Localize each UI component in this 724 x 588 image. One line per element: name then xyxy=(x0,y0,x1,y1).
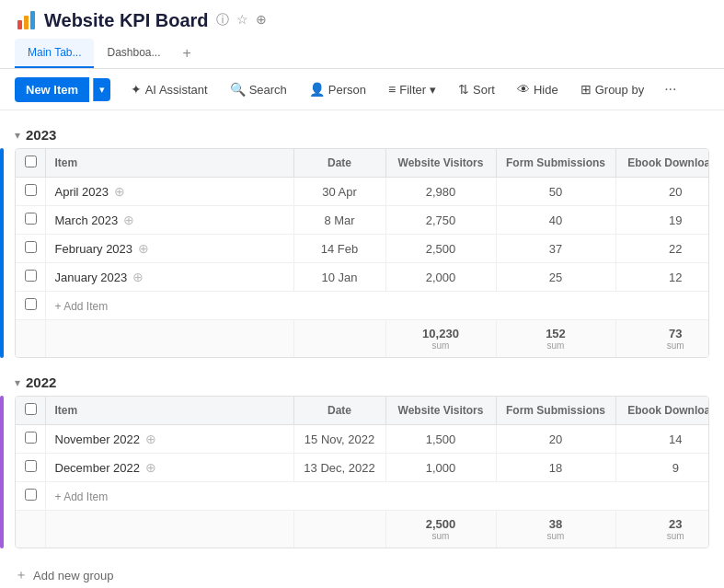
group-2023: ▾ 2023 Item Date Website Visitors Form S… xyxy=(0,121,724,358)
header-icons: ⓘ ☆ ⊕ xyxy=(216,12,267,29)
row-visitors-cell: 2,980 xyxy=(385,178,496,206)
sort-button[interactable]: ⇅ Sort xyxy=(449,77,504,101)
add-item-button-2022[interactable]: + Add Item xyxy=(55,489,109,505)
row-date-cell: 30 Apr xyxy=(293,178,385,206)
row-date-cell: 14 Feb xyxy=(293,235,385,263)
add-new-group-button[interactable]: ＋ Add new group xyxy=(0,559,724,588)
search-label: Search xyxy=(249,83,287,97)
sum-row-2023: 10,230 sum 152 sum 73 sum xyxy=(16,320,709,358)
sort-label: Sort xyxy=(473,83,495,97)
row-item-cell: January 2023 ⊕ xyxy=(45,263,293,292)
row-check[interactable] xyxy=(25,460,37,472)
group-2022-title: 2022 xyxy=(26,375,56,390)
toolbar: New Item ▾ ✦ AI Assistant 🔍 Search 👤 Per… xyxy=(0,69,724,110)
ai-icon: ✦ xyxy=(131,82,142,97)
hide-button[interactable]: 👁 Hide xyxy=(508,77,568,101)
row-item-name: November 2022 xyxy=(55,432,141,446)
col-header-forms-2023: Form Submissions xyxy=(496,149,615,178)
row-add-icon[interactable]: ⊕ xyxy=(132,270,144,284)
row-date-cell: 8 Mar xyxy=(293,206,385,235)
tab-add-button[interactable]: + xyxy=(174,40,201,67)
sum-visitors-2023: 10,230 sum xyxy=(385,320,496,358)
add-item-row-2023: + Add Item xyxy=(16,292,709,320)
col-header-date-2022: Date xyxy=(293,397,385,425)
person-button[interactable]: 👤 Person xyxy=(300,77,375,101)
more-options-button[interactable]: ··· xyxy=(657,76,684,102)
table-row: February 2023 ⊕ 14 Feb 2,500 37 22 xyxy=(16,235,709,263)
row-check[interactable] xyxy=(25,184,37,196)
row-visitors-cell: 1,000 xyxy=(385,454,496,482)
row-forms-cell: 50 xyxy=(496,178,615,206)
add-row-check[interactable] xyxy=(25,298,37,310)
row-item-name: March 2023 xyxy=(55,213,119,227)
row-ebook-cell: 20 xyxy=(615,178,709,206)
sum-forms-2022: 38 sum xyxy=(496,511,615,548)
add-row-check[interactable] xyxy=(25,489,37,501)
table-row: March 2023 ⊕ 8 Mar 2,750 40 19 xyxy=(16,206,709,235)
table-row: December 2022 ⊕ 13 Dec, 2022 1,000 18 9 xyxy=(16,454,709,482)
row-check[interactable] xyxy=(25,213,37,225)
row-visitors-cell: 2,500 xyxy=(385,235,496,263)
filter-button[interactable]: ≡ Filter ▾ xyxy=(379,77,445,101)
new-item-chevron[interactable]: ▾ xyxy=(93,78,110,101)
group-2023-title: 2023 xyxy=(26,127,56,143)
sum-ebook-2022: 23 sum xyxy=(615,511,709,548)
row-add-icon[interactable]: ⊕ xyxy=(138,241,149,256)
hide-label: Hide xyxy=(534,83,558,97)
col-header-item-2023: Item xyxy=(45,149,293,178)
row-ebook-cell: 9 xyxy=(615,454,709,482)
row-forms-cell: 37 xyxy=(496,235,615,263)
row-item-cell: February 2023 ⊕ xyxy=(45,235,293,263)
row-date-cell: 10 Jan xyxy=(293,263,385,292)
group-2023-chevron-icon: ▾ xyxy=(15,129,20,142)
ai-assistant-button[interactable]: ✦ AI Assistant xyxy=(121,77,217,101)
select-all-2023[interactable] xyxy=(25,156,37,167)
col-header-date-2023: Date xyxy=(293,149,385,178)
select-all-2022[interactable] xyxy=(25,403,37,415)
tab-dashboard[interactable]: Dashboa... xyxy=(94,39,173,68)
group-2023-table: Item Date Website Visitors Form Submissi… xyxy=(16,149,709,357)
row-forms-cell: 40 xyxy=(496,206,615,235)
group-2023-header[interactable]: ▾ 2023 xyxy=(0,121,724,148)
group-2022-table-wrap: Item Date Website Visitors Form Submissi… xyxy=(0,396,724,548)
sum-row-2022: 2,500 sum 38 sum 23 sum xyxy=(16,511,709,548)
row-add-icon[interactable]: ⊕ xyxy=(145,432,156,446)
row-visitors-cell: 2,750 xyxy=(385,206,496,235)
star-icon[interactable]: ☆ xyxy=(236,12,248,29)
sum-ebook-2023: 73 sum xyxy=(615,320,709,358)
group-by-icon: ⊞ xyxy=(580,82,592,97)
table-row: January 2023 ⊕ 10 Jan 2,000 25 12 xyxy=(16,263,709,292)
share-icon[interactable]: ⊕ xyxy=(256,12,267,29)
row-item-cell: November 2022 ⊕ xyxy=(45,425,293,454)
add-item-row-2022: + Add Item xyxy=(16,482,709,511)
row-item-name: January 2023 xyxy=(55,271,128,284)
group-2023-table-wrap: Item Date Website Visitors Form Submissi… xyxy=(0,148,724,358)
tab-main[interactable]: Main Tab... xyxy=(15,39,94,68)
group-2022: ▾ 2022 Item Date Website Visitors Form S… xyxy=(0,369,724,548)
row-check[interactable] xyxy=(25,241,37,253)
person-label: Person xyxy=(328,83,366,97)
row-add-icon[interactable]: ⊕ xyxy=(114,184,125,199)
app-logo xyxy=(15,9,37,31)
row-visitors-cell: 1,500 xyxy=(385,425,496,454)
new-item-button[interactable]: New Item xyxy=(15,77,89,102)
row-check[interactable] xyxy=(25,432,37,444)
group-2022-header[interactable]: ▾ 2022 xyxy=(0,369,724,396)
group-by-button[interactable]: ⊞ Group by xyxy=(571,77,653,101)
group-2022-left-bar xyxy=(0,396,4,548)
row-visitors-cell: 2,000 xyxy=(385,263,496,292)
row-add-icon[interactable]: ⊕ xyxy=(123,213,134,227)
search-button[interactable]: 🔍 Search xyxy=(221,77,296,101)
filter-label: Filter xyxy=(399,83,426,97)
row-date-cell: 15 Nov, 2022 xyxy=(293,425,385,454)
row-check[interactable] xyxy=(25,270,37,282)
sum-visitors-2022: 2,500 sum xyxy=(385,511,496,548)
app-header: Website KPI Board ⓘ ☆ ⊕ xyxy=(0,0,724,39)
row-item-cell: March 2023 ⊕ xyxy=(45,206,293,235)
row-add-icon[interactable]: ⊕ xyxy=(145,460,156,475)
filter-icon: ≡ xyxy=(388,82,396,97)
ai-assistant-label: AI Assistant xyxy=(145,83,208,97)
info-icon[interactable]: ⓘ xyxy=(216,12,229,29)
tab-main-label: Main Tab... xyxy=(28,46,81,59)
add-item-button-2023[interactable]: + Add Item xyxy=(55,298,109,315)
